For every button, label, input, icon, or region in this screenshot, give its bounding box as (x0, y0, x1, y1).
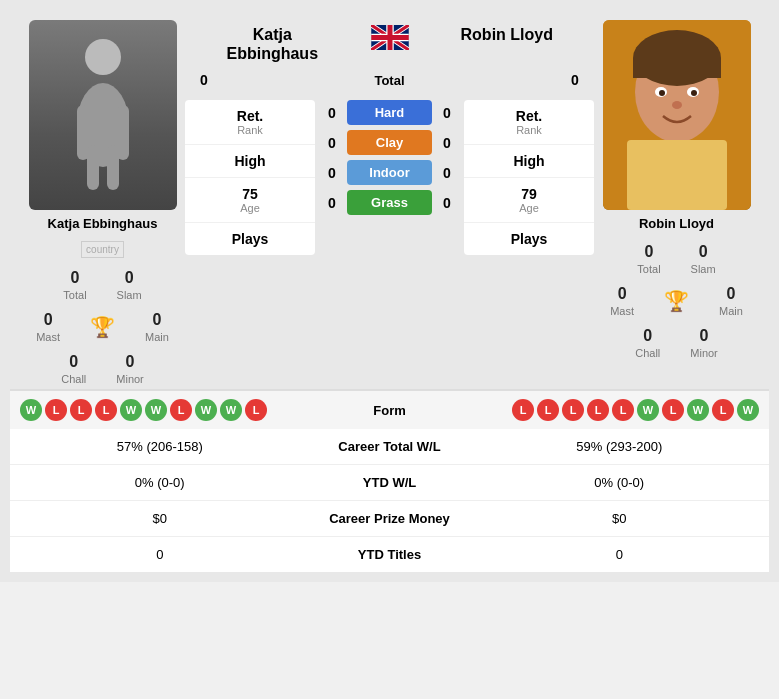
right-mast-col: 0 Mast (610, 285, 634, 317)
bottom-stat-center-3: YTD Titles (290, 547, 490, 562)
left-high-row: High (185, 145, 315, 178)
svg-point-0 (85, 39, 121, 75)
comparison-area: Katja Ebbinghaus country 0 Total 0 Slam (10, 10, 769, 389)
right-player-photo-svg (603, 20, 751, 210)
svg-rect-4 (87, 145, 99, 190)
right-player-stats: 0 Total 0 Slam 0 Mast 🏆 (594, 239, 759, 363)
total-left-score: 0 (195, 72, 213, 88)
right-form-badge-l: L (587, 399, 609, 421)
left-slam-val: 0 (125, 269, 134, 287)
right-form-badge-w: W (637, 399, 659, 421)
right-player-photo (603, 20, 751, 210)
right-form-badge-l: L (512, 399, 534, 421)
right-rank-val: Ret. (474, 108, 584, 124)
svg-rect-5 (107, 145, 119, 190)
left-player-stats: 0 Total 0 Slam 0 Mast 🏆 (20, 265, 185, 389)
left-chall-minor-row: 0 Chall 0 Minor (20, 349, 185, 389)
right-main-val: 0 (726, 285, 735, 303)
bottom-stat-right-2: $0 (490, 511, 750, 526)
right-plays-row: Plays (464, 223, 594, 255)
left-form-badge-l: L (70, 399, 92, 421)
left-main-col: 0 Main (145, 311, 169, 343)
left-mast-main-row: 0 Mast 🏆 0 Main (20, 307, 185, 347)
right-mast-val: 0 (618, 285, 627, 303)
bottom-stat-right-1: 0% (0-0) (490, 475, 750, 490)
left-form-badge-w: W (195, 399, 217, 421)
left-plays-val: Plays (195, 231, 305, 247)
svg-point-13 (659, 90, 665, 96)
form-section: WLLLWWLWWL Form LLLLLWLWLW (10, 389, 769, 429)
center-area: Katja Ebbinghaus Robin Lloyd (185, 20, 594, 389)
svg-rect-10 (633, 58, 721, 78)
right-chall-label: Chall (635, 347, 660, 359)
right-minor-label: Minor (690, 347, 718, 359)
left-form-badge-w: W (220, 399, 242, 421)
left-trophy-icon: 🏆 (90, 311, 115, 343)
total-score-row: 0 Total 0 (185, 68, 594, 92)
right-form-badge-w: W (687, 399, 709, 421)
left-rank-row: Ret. Rank (185, 100, 315, 145)
right-main-label: Main (719, 305, 743, 317)
hard-row: 0 Hard 0 (323, 100, 456, 125)
left-player-name: Katja Ebbinghaus (48, 216, 158, 231)
left-mast-label: Mast (36, 331, 60, 343)
left-mast-val: 0 (44, 311, 53, 329)
left-form-badge-w: W (120, 399, 142, 421)
left-form-badge-l: L (45, 399, 67, 421)
bottom-stat-row-1: 0% (0-0) YTD W/L 0% (0-0) (10, 465, 769, 501)
total-right-score: 0 (566, 72, 584, 88)
right-rank-sub: Rank (474, 124, 584, 136)
grass-row: 0 Grass 0 (323, 190, 456, 215)
left-mast-col: 0 Mast (36, 311, 60, 343)
right-form-badges: LLLLLWLWLW (512, 399, 759, 421)
left-stat-box: Ret. Rank High 75 Age Plays (185, 100, 315, 255)
indoor-row: 0 Indoor 0 (323, 160, 456, 185)
right-high-row: High (464, 145, 594, 178)
right-total-slam-row: 0 Total 0 Slam (594, 239, 759, 279)
left-total-col: 0 Total (63, 269, 86, 301)
left-age-label: Age (195, 202, 305, 214)
left-player-area: Katja Ebbinghaus country 0 Total 0 Slam (20, 20, 185, 389)
left-minor-label: Minor (116, 373, 144, 385)
left-country: country (81, 239, 124, 257)
stats-block: Ret. Rank High 75 Age Plays (185, 100, 594, 255)
right-age-val: 79 (474, 186, 584, 202)
right-stat-box: Ret. Rank High 79 Age Plays (464, 100, 594, 255)
left-form-badge-l: L (245, 399, 267, 421)
bottom-stat-row-0: 57% (206-158) Career Total W/L 59% (293-… (10, 429, 769, 465)
right-slam-col: 0 Slam (691, 243, 716, 275)
left-form-badge-w: W (20, 399, 42, 421)
left-minor-val: 0 (126, 353, 135, 371)
right-total-col: 0 Total (637, 243, 660, 275)
left-form-badge-l: L (95, 399, 117, 421)
bottom-stats-section: 57% (206-158) Career Total W/L 59% (293-… (10, 429, 769, 572)
bottom-stat-row-3: 0 YTD Titles 0 (10, 537, 769, 572)
right-chall-col: 0 Chall (635, 327, 660, 359)
right-trophy-icon: 🏆 (664, 285, 689, 317)
right-mast-label: Mast (610, 305, 634, 317)
right-minor-val: 0 (700, 327, 709, 345)
left-chall-label: Chall (61, 373, 86, 385)
bottom-stat-center-0: Career Total W/L (290, 439, 490, 454)
right-total-val: 0 (645, 243, 654, 261)
right-player-flag (360, 25, 420, 50)
right-minor-col: 0 Minor (690, 327, 718, 359)
right-main-col: 0 Main (719, 285, 743, 317)
clay-row: 0 Clay 0 (323, 130, 456, 155)
left-slam-col: 0 Slam (117, 269, 142, 301)
right-total-label: Total (637, 263, 660, 275)
right-chall-val: 0 (643, 327, 652, 345)
bottom-stat-left-3: 0 (30, 547, 290, 562)
form-label: Form (330, 403, 450, 418)
uk-flag-svg (371, 25, 409, 50)
total-label: Total (213, 73, 566, 88)
right-form-badge-l: L (537, 399, 559, 421)
right-form-badge-l: L (562, 399, 584, 421)
right-player-area: Robin Lloyd 0 Total 0 Slam 0 Mast (594, 20, 759, 389)
right-rank-row: Ret. Rank (464, 100, 594, 145)
right-chall-minor-row: 0 Chall 0 Minor (594, 323, 759, 363)
svg-rect-16 (627, 140, 727, 210)
left-chall-val: 0 (69, 353, 78, 371)
left-player-silhouette (63, 35, 143, 195)
left-age-row: 75 Age (185, 178, 315, 223)
